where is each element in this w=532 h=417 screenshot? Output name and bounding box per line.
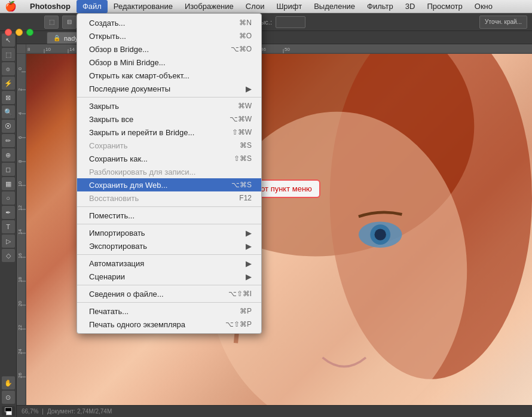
menu-item-print[interactable]: Печатать... ⌘P — [77, 305, 261, 318]
marquee-tool-btn[interactable]: ⬚ — [44, 16, 59, 29]
menu-item-close-label: Закрыть — [89, 102, 119, 111]
menu-bar: 🍎 Photoshop Файл Редактирование Изображе… — [0, 0, 532, 13]
tool-eyedropper[interactable]: 🔍 — [2, 105, 15, 118]
tool-eraser[interactable]: ◻ — [2, 163, 15, 176]
menu-item-scripts[interactable]: Сценарии ▶ — [77, 270, 261, 283]
close-button[interactable] — [5, 29, 12, 36]
sep-6 — [77, 302, 261, 303]
automate-arrow-icon: ▶ — [246, 259, 252, 268]
tool-pen[interactable]: ✒ — [2, 206, 15, 219]
menu-item-revert-label: Восстановить — [89, 194, 139, 203]
menu-filter[interactable]: Фильтр — [361, 0, 399, 13]
menu-item-save-as-shortcut: ⇧⌘S — [234, 154, 252, 163]
svg-text:22: 22 — [17, 325, 23, 330]
menu-image[interactable]: Изображение — [179, 0, 240, 13]
menu-item-import-label: Импортировать — [89, 229, 145, 238]
menu-item-save: Сохранить ⌘S — [77, 139, 261, 152]
svg-text:26: 26 — [17, 373, 23, 378]
menu-item-export-label: Экспортировать — [89, 242, 147, 251]
menu-item-save-web[interactable]: Сохранить для Web... ⌥⌘S — [77, 178, 261, 191]
menu-window[interactable]: Окно — [469, 0, 499, 13]
menu-item-automate[interactable]: Автоматизация ▶ — [77, 257, 261, 270]
menu-item-place[interactable]: Поместить... — [77, 209, 261, 222]
menu-item-unlock-label: Разблокировать для записи... — [89, 168, 195, 176]
tool-zoom[interactable]: ⊙ — [2, 391, 15, 404]
menu-item-recent-label: Последние документы — [89, 84, 170, 93]
menu-item-print-shortcut: ⌘P — [240, 307, 252, 315]
minimize-button[interactable] — [16, 29, 23, 36]
menu-item-new[interactable]: Создать... ⌘N — [77, 16, 261, 29]
menu-item-new-label: Создать... — [89, 19, 125, 28]
tool-heal[interactable]: ⦿ — [2, 120, 15, 133]
menu-font[interactable]: Шрифт — [270, 0, 308, 13]
foreground-bg-colors[interactable] — [2, 406, 15, 416]
menu-item-bridge[interactable]: Обзор в Bridge... ⌥⌘O — [77, 42, 261, 56]
tool-lasso[interactable]: ⌾ — [2, 62, 15, 75]
menu-layers[interactable]: Слои — [240, 0, 271, 13]
menu-item-save-as-label: Сохранить как... — [89, 154, 148, 163]
menu-item-save-as[interactable]: Сохранить как... ⇧⌘S — [77, 152, 261, 165]
menu-item-smart-object[interactable]: Открыть как смарт-объект... — [77, 69, 261, 82]
menu-edit[interactable]: Редактирование — [108, 0, 179, 13]
menu-item-close-all[interactable]: Закрыть все ⌥⌘W — [77, 112, 261, 126]
refine-edge-btn[interactable]: Уточн. край... — [479, 16, 527, 29]
tool-clone[interactable]: ⊕ — [2, 148, 15, 162]
menu-item-close-bridge[interactable]: Закрыть и перейти в Bridge... ⇧⌘W — [77, 126, 261, 139]
svg-point-58 — [375, 229, 386, 240]
ruler-v-ticks: 0 2 4 6 8 10 12 14 — [17, 54, 26, 405]
height-input[interactable] — [276, 16, 305, 28]
menu-item-print-one[interactable]: Печать одного экземпляра ⌥⇧⌘P — [77, 318, 261, 331]
tool-quick-select[interactable]: ⚡ — [2, 77, 15, 90]
menu-view[interactable]: Просмотр — [421, 0, 468, 13]
tool-marquee[interactable]: ⬚ — [2, 48, 15, 61]
maximize-button[interactable] — [26, 29, 33, 36]
menu-photoshop[interactable]: Photoshop — [24, 0, 77, 13]
tool-shape[interactable]: ◇ — [2, 249, 15, 262]
menu-3d[interactable]: 3D — [399, 0, 421, 13]
tool-brush[interactable]: ✏ — [2, 134, 15, 147]
tool-text[interactable]: T — [2, 220, 15, 233]
sep-3 — [77, 224, 261, 224]
ruler-vertical: 0 2 4 6 8 10 12 14 — [17, 54, 26, 405]
menu-select[interactable]: Выделение — [308, 0, 361, 13]
menu-item-file-info[interactable]: Сведения о файле... ⌥⇧⌘I — [77, 287, 261, 300]
tool-hand[interactable]: ✋ — [2, 376, 15, 389]
menu-item-print-one-shortcut: ⌥⇧⌘P — [225, 320, 252, 328]
menu-item-smart-object-label: Открыть как смарт-объект... — [89, 71, 189, 80]
menu-item-close[interactable]: Закрыть ⌘W — [77, 99, 261, 112]
menu-item-revert-shortcut: F12 — [239, 194, 252, 202]
menu-item-open[interactable]: Открыть... ⌘O — [77, 29, 261, 42]
menu-item-print-one-label: Печать одного экземпляра — [89, 320, 185, 329]
menu-item-bridge-shortcut: ⌥⌘O — [231, 45, 252, 53]
left-toolbar: ↖ ⬚ ⌾ ⚡ ⊠ 🔍 ⦿ ✏ ⊕ ◻ ▦ ○ ✒ T ▷ ◇ ✋ ⊙ — [0, 31, 17, 417]
menu-item-close-bridge-label: Закрыть и перейти в Bridge... — [89, 128, 194, 137]
menu-item-save-web-label: Сохранить для Web... — [89, 181, 167, 190]
menu-file[interactable]: Файл — [77, 0, 108, 13]
tool-path-select[interactable]: ▷ — [2, 235, 15, 248]
menu-item-automate-label: Автоматизация — [89, 259, 144, 268]
menu-item-print-label: Печатать... — [89, 307, 129, 316]
svg-text:20: 20 — [17, 301, 23, 306]
tool-dodge[interactable]: ○ — [2, 191, 15, 205]
sep-5 — [77, 285, 261, 285]
menu-item-import[interactable]: Импортировать ▶ — [77, 226, 261, 239]
recent-arrow-icon: ▶ — [246, 84, 252, 93]
svg-text:14: 14 — [69, 47, 75, 52]
menu-item-recent[interactable]: Последние документы ▶ — [77, 82, 261, 95]
menu-item-file-info-shortcut: ⌥⇧⌘I — [228, 290, 252, 298]
status-sep: | — [42, 408, 44, 415]
svg-text:50: 50 — [285, 47, 290, 52]
tool-option-2[interactable]: ⊟ — [62, 16, 77, 29]
menu-item-open-label: Открыть... — [89, 32, 126, 41]
svg-text:16: 16 — [17, 253, 23, 258]
tool-gradient[interactable]: ▦ — [2, 177, 15, 190]
svg-text:18: 18 — [17, 277, 23, 282]
apple-menu[interactable]: 🍎 — [5, 1, 17, 12]
menu-item-open-shortcut: ⌘O — [239, 32, 252, 40]
menu-item-mini-bridge-label: Обзор в Mini Bridge... — [89, 58, 166, 67]
ruler-corner — [17, 44, 26, 54]
tool-crop[interactable]: ⊠ — [2, 91, 15, 104]
menu-item-mini-bridge[interactable]: Обзор в Mini Bridge... — [77, 56, 261, 69]
zoom-level: 66,7% — [22, 408, 38, 415]
menu-item-export[interactable]: Экспортировать ▶ — [77, 239, 261, 252]
